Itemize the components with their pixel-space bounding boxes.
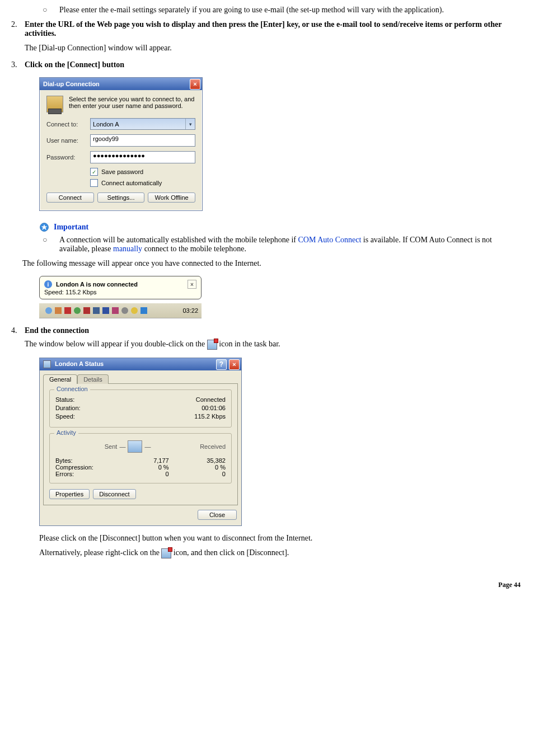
help-icon[interactable]: ? — [216, 359, 227, 370]
important-text: A connection will be automatically estab… — [59, 236, 523, 253]
connect-auto-checkbox[interactable]: Connect automatically — [90, 179, 195, 187]
group-connection: Connection — [54, 386, 90, 392]
svg-rect-8 — [102, 307, 109, 314]
speed-value: 115.2 Kbps — [194, 413, 226, 420]
balloon: i London A is now connected × Speed: 115… — [39, 276, 202, 299]
step-2: 2. Enter the URL of the Web page you wis… — [11, 20, 523, 53]
err-label: Errors: — [55, 471, 112, 477]
group-activity: Activity — [54, 429, 78, 436]
com-auto-connect-link[interactable]: COM Auto Connect — [298, 236, 362, 244]
bytes-sent: 7,177 — [112, 457, 168, 464]
system-tray: 03:22 — [39, 303, 202, 318]
tray-icon[interactable] — [130, 307, 138, 314]
svg-point-5 — [74, 307, 81, 314]
bullet-circle: ○ — [39, 6, 59, 15]
balloon-speed: Speed: 115.2 Kbps — [44, 289, 196, 295]
tray-icon[interactable] — [83, 307, 91, 314]
username-input[interactable]: rgoody99 — [90, 134, 195, 147]
svg-rect-7 — [93, 307, 100, 314]
end-line2: Alternatively, please right-click on the… — [39, 548, 523, 558]
tray-icon[interactable] — [121, 307, 129, 314]
svg-point-11 — [131, 307, 138, 314]
bytes-recv: 35,382 — [169, 457, 226, 464]
connection-icon — [43, 360, 51, 368]
work-offline-button[interactable]: Work Offline — [148, 192, 195, 203]
important-block: Important ○ A connection will be automat… — [39, 222, 523, 253]
password-value: ●●●●●●●●●●●●●● — [93, 152, 145, 159]
step4-title: End the connection — [25, 326, 523, 335]
tray-clock: 03:22 — [182, 307, 198, 314]
step-num: 3. — [11, 60, 25, 69]
step-4: 4. End the connection The window below w… — [11, 326, 523, 350]
connect-button[interactable]: Connect — [46, 192, 94, 203]
err-recv: 0 — [169, 471, 226, 477]
important-label: Important — [54, 223, 88, 232]
tray-icon[interactable] — [140, 307, 148, 314]
chevron-down-icon[interactable]: ▾ — [185, 119, 195, 129]
close-icon[interactable]: × — [190, 79, 200, 90]
connection-tray-icon — [207, 340, 217, 350]
received-label: Received — [200, 443, 226, 450]
notification-block: i London A is now connected × Speed: 115… — [39, 276, 202, 318]
important-bullet: ○ A connection will be automatically est… — [39, 236, 523, 253]
step-num: 2. — [11, 20, 25, 53]
post-important-text: The following message will appear once y… — [22, 259, 523, 268]
end2-pre: Alternatively, please right-click on the — [39, 548, 161, 557]
properties-button[interactable]: Properties — [49, 489, 90, 499]
tab-general[interactable]: General — [43, 374, 77, 384]
connect-auto-label: Connect automatically — [101, 180, 162, 186]
save-password-label: Save password — [101, 168, 143, 175]
checkbox-checked-icon: ✓ — [90, 168, 98, 176]
err-sent: 0 — [112, 471, 168, 477]
password-label: Password: — [46, 154, 90, 161]
svg-point-10 — [121, 307, 128, 314]
connect-to-label: Connect to: — [46, 121, 90, 128]
manually-link[interactable]: manually — [113, 245, 142, 253]
important-icon — [39, 222, 49, 232]
status-title: London A Status — [55, 360, 104, 367]
connect-to-value: London A — [93, 121, 119, 128]
tray-icon[interactable] — [92, 307, 100, 314]
password-input[interactable]: ●●●●●●●●●●●●●● — [90, 151, 195, 163]
close-icon[interactable]: × — [229, 359, 240, 370]
settings-button[interactable]: Settings... — [97, 192, 145, 203]
step2-note: The [Dial-up Connection] window will app… — [25, 44, 523, 53]
comp-label: Compression: — [55, 464, 112, 471]
computers-icon — [128, 440, 142, 453]
connection-tray-icon — [161, 548, 171, 558]
step2-title: Enter the URL of the Web page you wish t… — [25, 20, 523, 38]
username-value: rgoody99 — [93, 135, 119, 142]
step4-pre: The window below will appear if you doub… — [25, 340, 207, 348]
step4-line: The window below will appear if you doub… — [25, 340, 523, 350]
tray-icon[interactable] — [45, 307, 53, 314]
dialup-dialog: Dial-up Connection × Select the service … — [39, 77, 203, 211]
tab-details[interactable]: Details — [77, 374, 109, 384]
close-icon[interactable]: × — [188, 280, 196, 289]
tray-icon[interactable] — [73, 307, 81, 314]
sent-label: Sent — [105, 443, 118, 450]
speed-label: Speed: — [55, 413, 75, 420]
step-num: 4. — [11, 326, 25, 350]
svg-rect-4 — [64, 307, 71, 314]
tray-icon[interactable] — [102, 307, 110, 314]
status-value: Connected — [196, 396, 226, 403]
disconnect-button[interactable]: Disconnect — [93, 489, 135, 499]
connect-to-select[interactable]: London A ▾ — [90, 118, 195, 130]
important-pre: A connection will be automatically estab… — [59, 236, 298, 244]
bytes-label: Bytes: — [55, 457, 112, 464]
status-dialog: London A Status ? × General Details Conn… — [39, 358, 242, 526]
modem-icon — [46, 96, 63, 112]
intro-note: ○ Please enter the e-mail settings separ… — [39, 6, 523, 15]
close-button[interactable]: Close — [198, 510, 237, 520]
svg-rect-12 — [140, 307, 147, 314]
tray-icon[interactable] — [64, 307, 72, 314]
comp-sent: 0 % — [112, 464, 168, 471]
tray-icon[interactable] — [111, 307, 119, 314]
page-number: Page 44 — [11, 581, 523, 589]
step4-post: icon in the task bar. — [217, 340, 280, 348]
svg-rect-6 — [83, 307, 90, 314]
step-3: 3. Click on the [Connect] button — [11, 60, 523, 69]
save-password-checkbox[interactable]: ✓ Save password — [90, 168, 195, 176]
dialup-intro: Select the service you want to connect t… — [69, 96, 195, 109]
tray-icon[interactable] — [54, 307, 62, 314]
